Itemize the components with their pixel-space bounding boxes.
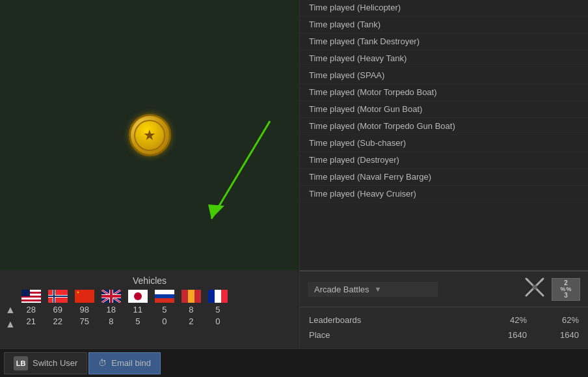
flag-col-jp: 11 5 (126, 290, 150, 328)
cn-flag-icon (75, 290, 94, 303)
medal-star-icon: ★ (143, 127, 156, 144)
switch-user-button[interactable]: LB Switch User (4, 352, 87, 374)
right-panel: Time played (Helicopter) Time played (Ta… (299, 0, 588, 348)
uk-flag-icon (101, 290, 121, 303)
svg-rect-5 (21, 298, 41, 300)
no-vehicle-nums: 69 22 (53, 304, 62, 328)
flag-col-mn: 8 2 (179, 290, 204, 328)
stat-item-destroyer: Time played (Destroyer) (300, 152, 588, 169)
lb-col2-percent: 62% (527, 313, 579, 328)
leaderboard-stats: Leaderboards Place 42% 1640 62% 1640 (300, 307, 588, 348)
stat-item-tank: Time played (Tank) (300, 16, 588, 33)
svg-rect-23 (101, 295, 121, 298)
medal: ★ (129, 114, 171, 156)
ru-vehicle-nums: 5 0 (162, 304, 167, 328)
fr-vehicle-nums: 5 0 (215, 304, 220, 328)
svg-marker-1 (208, 204, 224, 219)
lb-place-label: Place (309, 328, 475, 342)
toolbar: LB Switch User ⏱ Email bind (0, 348, 588, 377)
lb-leaderboards-label: Leaderboards (309, 313, 475, 328)
stat-item-spaa: Time played (SPAA) (300, 67, 588, 84)
stat-item-naval-ferry-barge: Time played (Naval Ferry Barge) (300, 169, 588, 186)
flag-col-no: 69 22 (46, 290, 70, 328)
flag-col-ru: 5 0 (152, 290, 177, 328)
svg-rect-26 (155, 290, 174, 294)
stat-item-tank-destroyer: Time played (Tank Destroyer) (300, 33, 588, 50)
flag-col-uk: 18 8 (99, 290, 124, 328)
flag-col-cn: 98 75 (72, 290, 97, 328)
svg-rect-6 (21, 301, 41, 303)
battles-dropdown-label: Arcade Battles (314, 285, 369, 294)
stat-item-heavy-tank: Time played (Heavy Tank) (300, 50, 588, 67)
mn-vehicle-nums: 8 2 (189, 304, 193, 328)
svg-line-0 (211, 121, 270, 219)
svg-point-25 (134, 292, 142, 300)
vehicles-panel: Vehicles ▲ ▲ (0, 270, 299, 348)
flag-col-us: 28 21 (19, 290, 44, 328)
crossed-swords-icon (523, 275, 546, 303)
main-container: ★ Vehicles ▲ ▲ (0, 0, 588, 348)
cn-vehicle-nums: 98 75 (80, 304, 89, 328)
stat-item-sub-chaser: Time played (Sub-chaser) (300, 135, 588, 152)
svg-rect-33 (215, 290, 221, 303)
lb-col1: 42% 1640 (475, 313, 527, 343)
lb-col1-place: 1640 (475, 328, 527, 342)
svg-rect-29 (181, 290, 188, 303)
leaderboard-section: Arcade Battles ▼ (300, 270, 588, 348)
lb-icon: LB (14, 356, 28, 370)
lb-col1-percent: 42% (475, 313, 527, 328)
stat-item-heavy-cruiser: Time played (Heavy Cruiser) (300, 186, 588, 202)
ru-flag-icon (155, 290, 174, 303)
medal-area: ★ (0, 0, 299, 270)
lb-col2-place: 1640 (527, 328, 579, 342)
vehicles-title: Vehicles (4, 275, 295, 286)
switch-user-label: Switch User (33, 358, 77, 368)
medal-inner: ★ (134, 120, 165, 151)
svg-rect-30 (188, 290, 194, 303)
green-arrow-icon (205, 115, 283, 234)
stat-item-motor-gun-boat: Time played (Motor Gun Boat) (300, 101, 588, 118)
us-vehicle-nums: 28 21 (27, 304, 36, 328)
jp-vehicle-nums: 11 5 (133, 304, 142, 328)
svg-rect-32 (208, 290, 215, 303)
uk-vehicle-nums: 18 8 (107, 304, 116, 328)
email-bind-label: Email bind (111, 358, 151, 368)
svg-rect-31 (194, 290, 201, 303)
us-flag-icon (21, 290, 41, 303)
svg-rect-12 (48, 296, 68, 297)
svg-rect-28 (155, 298, 174, 303)
svg-rect-27 (155, 294, 174, 298)
jp-flag-icon (128, 290, 148, 303)
mn-flag-icon (181, 290, 201, 303)
stats-list: Time played (Helicopter) Time played (Ta… (300, 0, 588, 270)
stat-item-motor-torpedo-gun-boat: Time played (Motor Torpedo Gun Boat) (300, 118, 588, 135)
svg-rect-13 (75, 290, 94, 303)
email-bind-button[interactable]: ⏱ Email bind (88, 352, 161, 374)
rank-up-icon-2: ▲ (5, 317, 16, 331)
svg-rect-34 (221, 290, 228, 303)
flag-col-fr: 5 0 (206, 290, 230, 328)
no-flag-icon (48, 290, 68, 303)
email-icon: ⏱ (98, 358, 107, 368)
lb-labels: Leaderboards Place (309, 313, 475, 343)
chevron-down-icon: ▼ (375, 285, 382, 293)
leaderboard-icons: 2 %% 3 (523, 275, 580, 303)
fr-flag-icon (208, 290, 228, 303)
stat-item-helicopter: Time played (Helicopter) (300, 0, 588, 16)
left-panel: ★ Vehicles ▲ ▲ (0, 0, 299, 348)
rank-badge: 2 %% 3 (552, 278, 580, 301)
lb-col2: 62% 1640 (527, 313, 579, 343)
arcade-battles-dropdown[interactable]: Arcade Battles ▼ (308, 282, 438, 297)
svg-rect-7 (21, 290, 30, 296)
rank-up-icon: ▲ (5, 303, 16, 317)
stat-item-motor-torpedo-boat: Time played (Motor Torpedo Boat) (300, 84, 588, 101)
rank-column: ▲ ▲ (5, 290, 16, 332)
leaderboard-header: Arcade Battles ▼ (300, 272, 588, 307)
